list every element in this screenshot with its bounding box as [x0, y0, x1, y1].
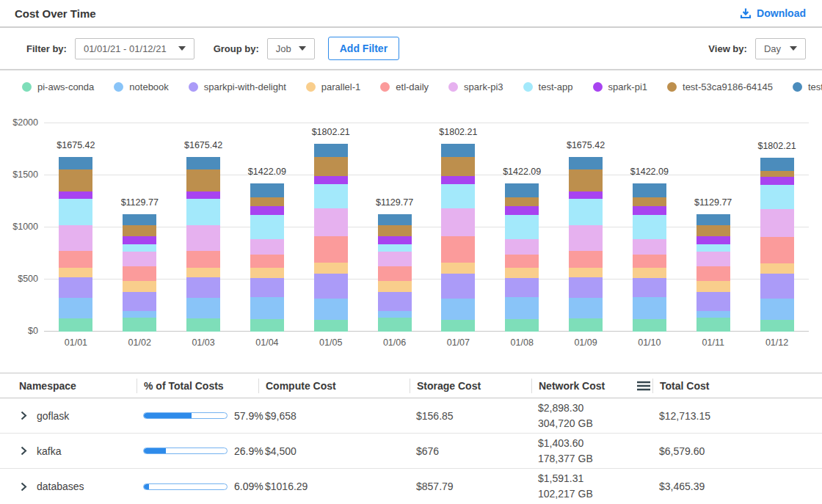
bar-segment-test-53ca9186-64145[interactable] [696, 225, 730, 236]
legend-item-spark-pi1[interactable]: spark-pi1 [593, 81, 647, 92]
bar-segment-spark-pi3[interactable] [441, 208, 475, 236]
column-menu-icon[interactable] [636, 381, 651, 391]
bar-segment-etl-daily[interactable] [123, 266, 156, 281]
bar-segment-test-53ca9186-64145[interactable] [760, 171, 794, 177]
bar-segment-test-pkix[interactable] [186, 157, 220, 169]
bar-segment-sparkpi-with-delight[interactable] [250, 278, 284, 297]
bar-segment-etl-daily[interactable] [505, 255, 539, 267]
bar-segment-spark-pi1[interactable] [378, 236, 412, 244]
bar-segment-sparkpi-with-delight[interactable] [569, 277, 603, 298]
bar-segment-test-53ca9186-64145[interactable] [186, 169, 220, 191]
stacked-bar-01/06[interactable] [378, 214, 412, 332]
legend-item-pi-aws-conda[interactable]: pi-aws-conda [22, 81, 94, 92]
bar-segment-notebook[interactable] [633, 297, 666, 320]
bar-segment-etl-daily[interactable] [378, 266, 412, 281]
bar-segment-test-app[interactable] [250, 215, 284, 239]
bar-segment-test-53ca9186-64145[interactable] [314, 157, 348, 176]
bar-segment-notebook[interactable] [696, 311, 730, 318]
bar-segment-test-pkix[interactable] [505, 183, 539, 197]
bar-segment-spark-pi1[interactable] [250, 206, 284, 215]
bar-segment-parallel-1[interactable] [378, 281, 412, 291]
bar-segment-test-pkix[interactable] [633, 183, 666, 197]
bar-segment-test-pkix[interactable] [569, 157, 603, 169]
bar-segment-test-app[interactable] [378, 244, 412, 252]
bar-segment-test-pkix[interactable] [441, 144, 475, 157]
bar-segment-parallel-1[interactable] [59, 268, 92, 277]
bar-segment-spark-pi1[interactable] [633, 206, 666, 215]
bar-segment-pi-aws-conda[interactable] [696, 318, 730, 332]
bar-segment-sparkpi-with-delight[interactable] [186, 277, 220, 298]
bar-segment-spark-pi3[interactable] [186, 225, 220, 251]
bar-segment-notebook[interactable] [314, 299, 348, 319]
legend-item-test-53ca9186-64145[interactable]: test-53ca9186-64145 [667, 81, 773, 92]
bar-segment-spark-pi1[interactable] [123, 236, 156, 244]
bar-segment-parallel-1[interactable] [696, 281, 730, 291]
bar-segment-parallel-1[interactable] [250, 268, 284, 278]
group-by-select[interactable]: Job [267, 38, 315, 59]
bar-segment-spark-pi3[interactable] [505, 239, 539, 255]
stacked-bar-01/08[interactable] [505, 183, 539, 332]
bar-segment-test-app[interactable] [441, 184, 475, 208]
bar-segment-etl-daily[interactable] [59, 251, 92, 268]
legend-item-test-pkix[interactable]: test-pkix [793, 81, 822, 92]
bar-segment-parallel-1[interactable] [314, 263, 348, 273]
bar-segment-pi-aws-conda[interactable] [250, 319, 284, 332]
bar-segment-notebook[interactable] [505, 297, 539, 320]
legend-item-notebook[interactable]: notebook [114, 81, 169, 92]
bar-segment-notebook[interactable] [569, 298, 603, 318]
bar-segment-notebook[interactable] [441, 299, 475, 319]
bar-segment-spark-pi3[interactable] [569, 225, 603, 251]
bar-segment-test-pkix[interactable] [123, 214, 156, 225]
bar-segment-test-53ca9186-64145[interactable] [378, 225, 412, 236]
bar-segment-pi-aws-conda[interactable] [760, 320, 794, 332]
bar-segment-parallel-1[interactable] [569, 268, 603, 277]
bar-segment-etl-daily[interactable] [633, 255, 666, 267]
bar-segment-parallel-1[interactable] [123, 281, 156, 291]
bar-segment-etl-daily[interactable] [760, 237, 794, 264]
bar-segment-spark-pi1[interactable] [59, 191, 92, 199]
stacked-bar-01/04[interactable] [250, 183, 284, 332]
table-row-kafka[interactable]: kafka26.9%$4,500$676$1,403.60178,377 GB$… [0, 434, 822, 469]
bar-segment-parallel-1[interactable] [760, 263, 794, 273]
bar-segment-notebook[interactable] [250, 297, 284, 320]
bar-segment-spark-pi3[interactable] [378, 252, 412, 266]
bar-segment-etl-daily[interactable] [314, 236, 348, 263]
download-button[interactable]: Download [740, 7, 806, 19]
bar-segment-test-pkix[interactable] [378, 214, 412, 225]
bar-segment-pi-aws-conda[interactable] [378, 318, 412, 332]
stacked-bar-01/10[interactable] [633, 183, 666, 332]
bar-segment-spark-pi1[interactable] [314, 176, 348, 184]
stacked-bar-01/03[interactable] [186, 157, 220, 332]
bar-segment-test-app[interactable] [314, 184, 348, 208]
legend-item-sparkpi-with-delight[interactable]: sparkpi-with-delight [189, 81, 286, 92]
legend-item-parallel-1[interactable]: parallel-1 [306, 81, 360, 92]
bar-segment-test-53ca9186-64145[interactable] [441, 157, 475, 176]
chevron-right-icon[interactable] [19, 482, 28, 492]
bar-segment-etl-daily[interactable] [696, 266, 730, 281]
stacked-bar-01/05[interactable] [314, 144, 348, 332]
bar-segment-spark-pi3[interactable] [123, 252, 156, 266]
bar-segment-etl-daily[interactable] [250, 255, 284, 267]
bar-segment-test-53ca9186-64145[interactable] [505, 197, 539, 206]
bar-segment-test-53ca9186-64145[interactable] [59, 169, 92, 191]
bar-segment-test-app[interactable] [505, 215, 539, 239]
table-row-goflask[interactable]: goflask57.9%$9,658$156.85$2,898.30304,72… [0, 398, 822, 434]
bar-segment-spark-pi1[interactable] [441, 176, 475, 184]
date-range-select[interactable]: 01/01/21 - 01/12/21 [75, 38, 194, 59]
bar-segment-pi-aws-conda[interactable] [569, 318, 603, 332]
bar-segment-spark-pi1[interactable] [760, 177, 794, 185]
bar-segment-etl-daily[interactable] [569, 251, 603, 268]
bar-segment-parallel-1[interactable] [633, 268, 666, 278]
bar-segment-test-app[interactable] [569, 199, 603, 225]
chevron-right-icon[interactable] [19, 411, 28, 420]
bar-segment-pi-aws-conda[interactable] [59, 318, 92, 332]
bar-segment-sparkpi-with-delight[interactable] [633, 278, 666, 297]
bar-segment-spark-pi3[interactable] [250, 239, 284, 255]
bar-segment-notebook[interactable] [123, 311, 156, 318]
legend-item-etl-daily[interactable]: etl-daily [380, 81, 429, 92]
bar-segment-spark-pi3[interactable] [314, 208, 348, 236]
bar-segment-test-53ca9186-64145[interactable] [569, 169, 603, 191]
chevron-right-icon[interactable] [19, 446, 28, 456]
view-by-select[interactable]: Day [755, 38, 806, 59]
bar-segment-parallel-1[interactable] [505, 268, 539, 278]
